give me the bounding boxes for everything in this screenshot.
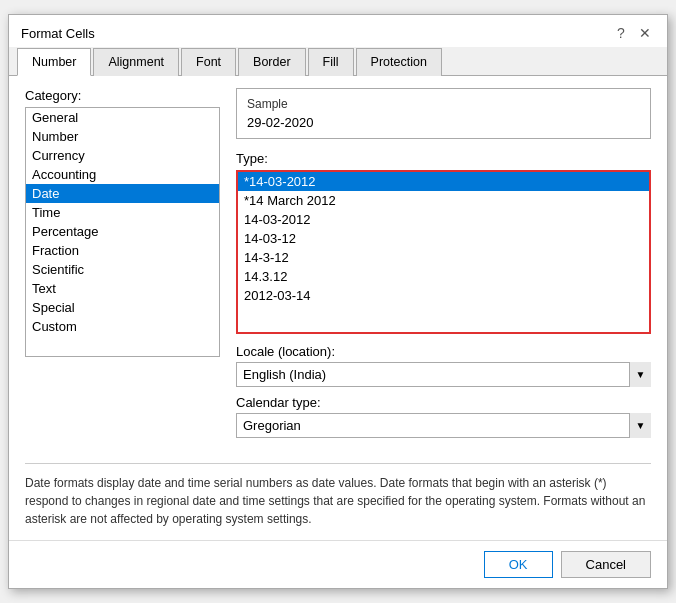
title-bar: Format Cells ? ✕ [9,15,667,43]
tab-border[interactable]: Border [238,48,306,76]
type-label: Type: [236,151,651,166]
category-label: Category: [25,88,220,103]
list-item[interactable]: Scientific [26,260,219,279]
footer: OK Cancel [9,540,667,588]
list-item[interactable]: Accounting [26,165,219,184]
format-cells-dialog: Format Cells ? ✕ Number Alignment Font B… [8,14,668,589]
list-item[interactable]: Fraction [26,241,219,260]
sample-label: Sample [247,97,640,111]
list-item[interactable]: Currency [26,146,219,165]
category-list[interactable]: General Number Currency Accounting Date … [25,107,220,357]
help-button[interactable]: ? [611,23,631,43]
type-list-wrapper: *14-03-2012 *14 March 2012 14-03-2012 14… [236,170,651,344]
list-item[interactable]: Number [26,127,219,146]
type-list-item[interactable]: *14 March 2012 [238,191,649,210]
category-list-container: General Number Currency Accounting Date … [25,107,220,357]
content-main: Category: General Number Currency Accoun… [25,88,651,451]
locale-select-wrapper: English (India) English (US) English (UK… [236,362,651,387]
tab-protection[interactable]: Protection [356,48,442,76]
list-item[interactable]: Custom [26,317,219,336]
list-item[interactable]: Text [26,279,219,298]
type-list-item[interactable]: 14-03-12 [238,229,649,248]
calendar-label: Calendar type: [236,395,651,410]
close-button[interactable]: ✕ [635,23,655,43]
calendar-select[interactable]: Gregorian Hijri Hebrew [236,413,651,438]
type-list-item[interactable]: 14-03-2012 [238,210,649,229]
type-list-item[interactable]: 14.3.12 [238,267,649,286]
type-list[interactable]: *14-03-2012 *14 March 2012 14-03-2012 14… [238,172,649,332]
locale-select[interactable]: English (India) English (US) English (UK… [236,362,651,387]
calendar-row: Calendar type: Gregorian Hijri Hebrew ▼ [236,395,651,438]
description-text: Date formats display date and time seria… [25,463,651,528]
tab-fill[interactable]: Fill [308,48,354,76]
type-list-container: *14-03-2012 *14 March 2012 14-03-2012 14… [236,170,651,334]
title-controls: ? ✕ [611,23,655,43]
sample-box: Sample 29-02-2020 [236,88,651,139]
calendar-select-wrapper: Gregorian Hijri Hebrew ▼ [236,413,651,438]
type-list-item[interactable]: 14-3-12 [238,248,649,267]
type-list-item-selected[interactable]: *14-03-2012 [238,172,649,191]
list-item-date[interactable]: Date [26,184,219,203]
dialog-title: Format Cells [21,26,95,41]
tab-content: Category: General Number Currency Accoun… [9,76,667,540]
list-item[interactable]: Percentage [26,222,219,241]
category-section: Category: General Number Currency Accoun… [25,88,220,451]
locale-label: Locale (location): [236,344,651,359]
tab-alignment[interactable]: Alignment [93,48,179,76]
locale-row: Locale (location): English (India) Engli… [236,344,651,387]
cancel-button[interactable]: Cancel [561,551,651,578]
list-item[interactable]: General [26,108,219,127]
list-item[interactable]: Special [26,298,219,317]
type-list-item[interactable]: 2012-03-14 [238,286,649,305]
tab-font[interactable]: Font [181,48,236,76]
tab-number[interactable]: Number [17,48,91,76]
sample-value: 29-02-2020 [247,115,640,130]
tab-bar: Number Alignment Font Border Fill Protec… [9,47,667,76]
ok-button[interactable]: OK [484,551,553,578]
right-section: Sample 29-02-2020 Type: *14-03-2012 *14 … [236,88,651,451]
list-item[interactable]: Time [26,203,219,222]
